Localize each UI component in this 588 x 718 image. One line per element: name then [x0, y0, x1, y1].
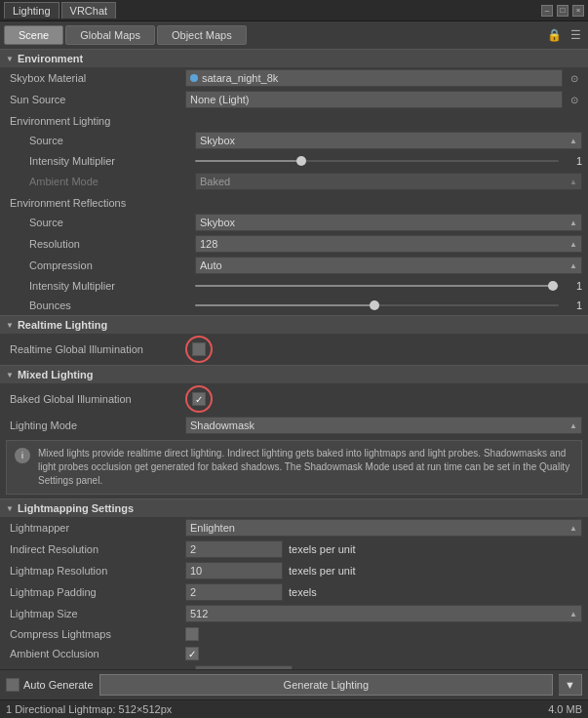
lightmap-padding-input[interactable] [185, 583, 283, 601]
size-info: 4.0 MB [548, 703, 582, 715]
global-maps-tab[interactable]: Global Maps [65, 25, 155, 45]
realtime-triangle: ▼ [6, 321, 14, 330]
sun-source-value: None (Light) [190, 94, 250, 105]
refl-intensity-slider[interactable] [195, 285, 559, 287]
mixed-info-box: i Mixed lights provide realtime direct l… [6, 440, 582, 495]
indirect-res-input[interactable] [185, 540, 283, 558]
mixed-section-header[interactable]: ▼ Mixed Lighting [0, 365, 588, 383]
env-intensity-thumb[interactable] [296, 156, 306, 166]
resolution-row: Resolution 128 ▲ [0, 233, 588, 255]
realtime-gi-checkbox[interactable] [192, 342, 206, 356]
lighting-mode-dropdown[interactable]: Shadowmask ▲ [185, 417, 582, 434]
baked-gi-control [185, 385, 582, 413]
minimize-button[interactable]: – [541, 5, 553, 17]
sun-source-label: Sun Source [10, 94, 185, 105]
refl-intensity-control: 1 [195, 280, 582, 292]
compression-dropdown[interactable]: Auto ▲ [195, 257, 582, 274]
title-bar: Lighting VRChat – □ × [0, 0, 588, 21]
resolution-arrow: ▲ [569, 240, 577, 249]
object-maps-tab[interactable]: Object Maps [157, 25, 247, 45]
env-source-dropdown[interactable]: Skybox ▲ [195, 132, 582, 149]
skybox-link-icon[interactable]: ⊙ [567, 70, 582, 86]
lock-icon[interactable]: 🔒 [545, 26, 563, 44]
ambient-mode-control: Baked ▲ [195, 173, 582, 190]
compression-row: Compression Auto ▲ [0, 255, 588, 276]
lightmap-res-control: texels per unit [185, 562, 582, 579]
skybox-material-label: Skybox Material [10, 72, 185, 84]
compress-checkbox[interactable] [185, 627, 199, 641]
ambient-mode-value: Baked [200, 176, 230, 187]
auto-generate-checkbox[interactable] [6, 678, 20, 692]
sun-source-dropdown[interactable]: None (Light) [185, 91, 563, 108]
auto-generate-label: Auto Generate [23, 679, 94, 691]
mixed-triangle: ▼ [6, 371, 14, 379]
sun-link-icon[interactable]: ⊙ [567, 92, 582, 107]
ambient-occ-checkbox[interactable] [185, 647, 199, 660]
bounces-control: 1 [195, 299, 582, 311]
tabs-bar: Scene Global Maps Object Maps 🔒 ☰ [0, 21, 588, 49]
tab-vrchat[interactable]: VRChat [61, 2, 117, 19]
lightmap-padding-unit: texels [289, 586, 317, 598]
realtime-gi-control [185, 336, 582, 363]
env-intensity-slider[interactable] [195, 160, 559, 162]
ambient-mode-dropdown[interactable]: Baked ▲ [195, 173, 582, 190]
env-reflections-row: Environment Reflections [0, 192, 588, 212]
bounces-value: 1 [563, 299, 582, 311]
lightmap-padding-row: Lightmap Padding texels [0, 581, 588, 603]
lightmapping-section-header[interactable]: ▼ Lightmapping Settings [0, 499, 588, 517]
skybox-material-control: satara_night_8k ⊙ [185, 69, 582, 87]
refl-source-dropdown[interactable]: Skybox ▲ [195, 214, 582, 231]
skybox-material-dropdown[interactable]: satara_night_8k [185, 69, 563, 87]
generate-lighting-button[interactable]: Generate Lighting [99, 674, 554, 696]
settings-content: ▼ Environment Skybox Material satara_nig… [0, 49, 588, 669]
lighting-mode-value: Shadowmask [190, 419, 255, 431]
env-intensity-label: Intensity Multiplier [20, 155, 195, 167]
compression-arrow: ▲ [569, 261, 577, 270]
tab-lighting[interactable]: Lighting [4, 2, 59, 19]
lightmap-size-dropdown[interactable]: 512 ▲ [185, 605, 582, 622]
lightmapper-dropdown[interactable]: Enlighten ▲ [185, 519, 582, 537]
lighting-mode-label: Lighting Mode [10, 419, 185, 431]
skybox-material-value: satara_night_8k [202, 72, 278, 84]
scene-tab[interactable]: Scene [4, 25, 63, 45]
refl-source-label: Source [20, 217, 195, 228]
maximize-button[interactable]: □ [557, 5, 568, 17]
ambient-occ-label: Ambient Occlusion [10, 648, 185, 659]
mixed-info-text: Mixed lights provide realtime direct lig… [38, 447, 573, 488]
lightmap-padding-control: texels [185, 583, 582, 601]
lightmap-res-row: Lightmap Resolution texels per unit [0, 560, 588, 581]
realtime-section-header[interactable]: ▼ Realtime Lighting [0, 315, 588, 334]
environment-section-header[interactable]: ▼ Environment [0, 49, 588, 67]
bounces-slider[interactable] [195, 304, 559, 306]
baked-gi-row: Baked Global Illumination [0, 383, 588, 415]
close-button[interactable]: × [572, 5, 584, 17]
lightmap-res-label: Lightmap Resolution [10, 565, 185, 577]
refl-source-control: Skybox ▲ [195, 214, 582, 231]
lightmap-res-input[interactable] [185, 562, 283, 579]
bounces-thumb[interactable] [370, 300, 379, 310]
lightmapper-row: Lightmapper Enlighten ▲ [0, 517, 588, 538]
env-reflections-label: Environment Reflections [10, 197, 185, 209]
lightmap-size-row: Lightmap Size 512 ▲ [0, 603, 588, 624]
lightmapper-arrow: ▲ [569, 524, 577, 533]
menu-icon[interactable]: ☰ [567, 26, 584, 44]
sun-source-control: None (Light) ⊙ [185, 91, 582, 108]
generate-lighting-arrow[interactable]: ▼ [559, 674, 582, 696]
resolution-dropdown[interactable]: 128 ▲ [195, 235, 582, 253]
ambient-mode-label: Ambient Mode [20, 176, 195, 187]
lightmap-size-control: 512 ▲ [185, 605, 582, 622]
refl-intensity-row: Intensity Multiplier 1 [0, 276, 588, 296]
env-source-arrow: ▲ [569, 137, 577, 145]
env-source-value: Skybox [200, 135, 235, 146]
resolution-label: Resolution [20, 238, 195, 250]
bottom-bar: Auto Generate Generate Lighting ▼ [0, 669, 588, 699]
env-source-row: Source Skybox ▲ [0, 130, 588, 151]
baked-gi-checkbox[interactable] [192, 392, 206, 406]
env-intensity-value: 1 [563, 155, 582, 167]
env-lighting-row: Environment Lighting [0, 110, 588, 130]
refl-intensity-label: Intensity Multiplier [20, 280, 195, 292]
ambient-occ-row: Ambient Occlusion [0, 644, 588, 663]
lightmapper-value: Enlighten [190, 522, 235, 534]
refl-intensity-thumb[interactable] [548, 281, 558, 291]
mixed-label: Mixed Lighting [18, 369, 94, 380]
